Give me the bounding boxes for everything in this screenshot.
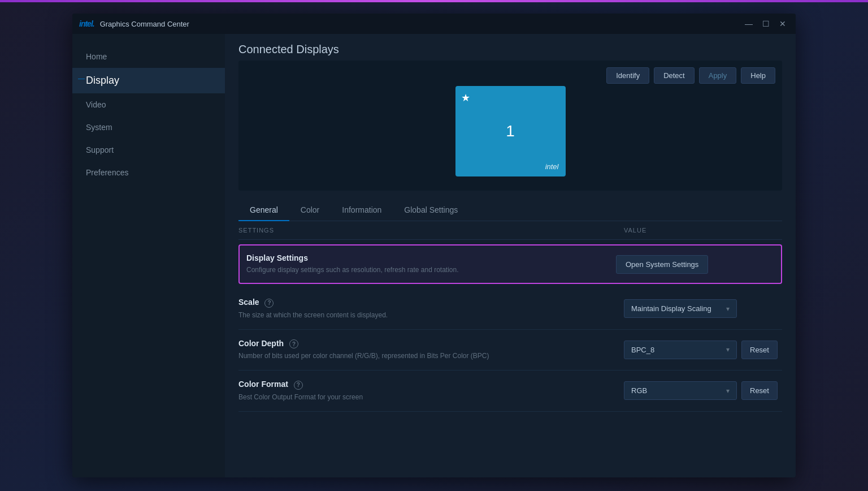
- color-depth-title: Color Depth ?: [238, 339, 624, 349]
- settings-col-header: SETTINGS: [238, 227, 624, 234]
- title-bar-controls: — ☐ ✕: [743, 18, 789, 30]
- preview-buttons: Identify Detect Apply Help: [606, 67, 775, 84]
- scale-dropdown[interactable]: Maintain Display Scaling ▾: [624, 299, 737, 318]
- desktop-background: intel. Graphics Command Center — ☐ ✕ Hom…: [0, 0, 868, 491]
- display-monitor: ★ 1 intel: [455, 86, 566, 176]
- tab-information[interactable]: Information: [331, 200, 393, 221]
- scale-title: Scale ?: [238, 298, 624, 308]
- chevron-down-icon: ▾: [726, 305, 730, 313]
- chevron-down-icon-3: ▾: [726, 387, 730, 395]
- color-depth-info: Color Depth ? Number of bits used per co…: [238, 339, 624, 361]
- color-depth-dropdown-value: BPC_8: [631, 346, 654, 354]
- sidebar-item-preferences[interactable]: Preferences: [72, 161, 225, 184]
- monitor-star-icon: ★: [461, 92, 470, 104]
- open-system-settings-button[interactable]: Open System Settings: [616, 255, 708, 274]
- color-depth-help-icon[interactable]: ?: [289, 339, 298, 348]
- color-depth-value: BPC_8 ▾ Reset: [624, 341, 782, 359]
- display-settings-desc: Configure display settings such as resol…: [246, 265, 616, 275]
- scale-value: Maintain Display Scaling ▾: [624, 299, 782, 318]
- minimize-button[interactable]: —: [743, 18, 755, 30]
- scale-info: Scale ? The size at which the screen con…: [238, 298, 624, 320]
- settings-header-row: SETTINGS VALUE: [238, 221, 782, 240]
- sidebar-item-video[interactable]: Video: [72, 93, 225, 116]
- content-header: Connected Displays: [225, 34, 796, 61]
- app-window: intel. Graphics Command Center — ☐ ✕ Hom…: [72, 14, 796, 477]
- display-settings-value: Open System Settings: [616, 255, 774, 274]
- sidebar-item-support[interactable]: Support: [72, 139, 225, 161]
- app-body: Home Display Video System Support Prefer…: [72, 34, 796, 477]
- tabs-container: General Color Information Global Setting…: [238, 200, 782, 221]
- identify-button[interactable]: Identify: [606, 67, 649, 84]
- color-format-reset-button[interactable]: Reset: [741, 381, 778, 400]
- sidebar-item-home[interactable]: Home: [72, 45, 225, 68]
- app-title-text: Graphics Command Center: [100, 20, 189, 28]
- scale-help-icon[interactable]: ?: [264, 299, 274, 308]
- color-depth-dropdown[interactable]: BPC_8 ▾: [624, 341, 737, 359]
- tab-general[interactable]: General: [238, 200, 289, 221]
- color-depth-desc: Number of bits used per color channel (R…: [238, 351, 624, 361]
- chevron-down-icon-2: ▾: [726, 346, 730, 354]
- intel-logo: intel.: [79, 19, 94, 28]
- title-bar: intel. Graphics Command Center — ☐ ✕: [72, 14, 796, 34]
- setting-row-color-format: Color Format ? Best Color Output Format …: [238, 371, 782, 412]
- setting-row-color-depth: Color Depth ? Number of bits used per co…: [238, 330, 782, 371]
- detect-button[interactable]: Detect: [654, 67, 695, 84]
- settings-area: SETTINGS VALUE Display Settings Configur…: [225, 221, 796, 477]
- color-format-help-icon[interactable]: ?: [294, 381, 303, 390]
- color-format-dropdown[interactable]: RGB ▾: [624, 381, 737, 400]
- value-col-header: VALUE: [624, 227, 782, 234]
- color-depth-title-text: Color Depth: [238, 339, 284, 348]
- maximize-button[interactable]: ☐: [760, 18, 772, 30]
- title-bar-left: intel. Graphics Command Center: [79, 19, 189, 28]
- scale-desc: The size at which the screen content is …: [238, 310, 624, 320]
- content-area: Connected Displays Identify Detect Apply…: [225, 34, 796, 477]
- color-depth-reset-button[interactable]: Reset: [741, 341, 778, 359]
- help-button[interactable]: Help: [741, 67, 775, 84]
- tab-global-settings[interactable]: Global Settings: [393, 200, 469, 221]
- color-format-dropdown-value: RGB: [631, 386, 647, 395]
- close-button[interactable]: ✕: [776, 18, 789, 30]
- scale-title-text: Scale: [238, 298, 259, 307]
- monitor-number: 1: [506, 122, 515, 140]
- color-format-value: RGB ▾ Reset: [624, 381, 782, 400]
- setting-row-scale: Scale ? The size at which the screen con…: [238, 288, 782, 330]
- display-settings-info: Display Settings Configure display setti…: [246, 253, 616, 275]
- color-format-title-text: Color Format: [238, 380, 288, 389]
- scale-dropdown-value: Maintain Display Scaling: [631, 304, 711, 313]
- tab-color[interactable]: Color: [289, 200, 331, 221]
- color-format-info: Color Format ? Best Color Output Format …: [238, 380, 624, 402]
- apply-button[interactable]: Apply: [699, 67, 737, 84]
- sidebar: Home Display Video System Support Prefer…: [72, 34, 225, 477]
- setting-row-display-settings: Display Settings Configure display setti…: [238, 244, 782, 284]
- color-format-desc: Best Color Output Format for your screen: [238, 392, 624, 402]
- sidebar-item-system[interactable]: System: [72, 116, 225, 139]
- display-settings-title: Display Settings: [246, 253, 616, 262]
- sidebar-item-display[interactable]: Display: [72, 68, 225, 93]
- display-preview-container: Identify Detect Apply Help ★ 1 intel: [238, 61, 782, 191]
- color-format-title: Color Format ?: [238, 380, 624, 390]
- monitor-brand-label: intel: [545, 162, 559, 171]
